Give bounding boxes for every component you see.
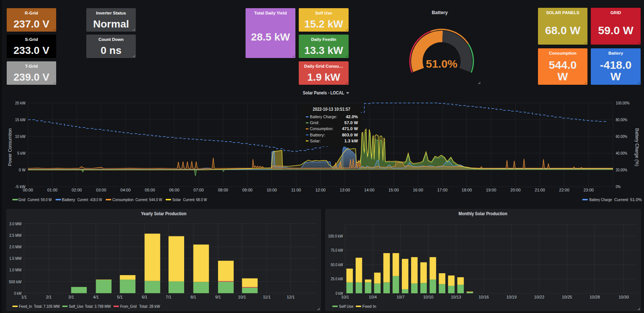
svg-text:1.5 MW: 1.5 MW	[9, 256, 22, 261]
svg-text:803.0 W: 803.0 W	[342, 133, 358, 137]
svg-text:11/1: 11/1	[263, 295, 271, 299]
svg-text:Current: -418.0 W: Current: -418.0 W	[77, 197, 102, 202]
svg-text:1.3 kW: 1.3 kW	[345, 139, 358, 143]
svg-text:06:00: 06:00	[169, 188, 180, 192]
svg-text:Grid: Grid	[18, 197, 25, 202]
svg-text:2/1: 2/1	[46, 295, 51, 299]
svg-text:10/22: 10/22	[534, 295, 545, 299]
svg-text:40.00%: 40.00%	[616, 151, 627, 155]
svg-text:57.0 W: 57.0 W	[345, 120, 358, 125]
svg-text:6/1: 6/1	[142, 295, 147, 299]
svg-text:23:00: 23:00	[583, 188, 594, 192]
svg-text:Battery: Battery	[432, 10, 448, 15]
svg-text:01:00: 01:00	[47, 188, 58, 192]
svg-text:Consumption: Consumption	[112, 197, 134, 202]
svg-text:12/1: 12/1	[287, 295, 295, 299]
svg-text:100.0 kW: 100.0 kW	[328, 234, 343, 238]
svg-text:7/1: 7/1	[166, 295, 171, 299]
svg-text:Battery Charge: Battery Charge	[589, 197, 612, 202]
svg-text:0%: 0%	[616, 184, 621, 189]
svg-text:Current: 59.0 W: Current: 59.0 W	[28, 197, 52, 202]
svg-text:10/13: 10/13	[451, 295, 461, 299]
svg-text:0 W: 0 W	[19, 168, 26, 172]
svg-text:Grid:: Grid:	[310, 120, 319, 125]
svg-text:22:00: 22:00	[559, 188, 570, 192]
svg-text:3.0 MW: 3.0 MW	[9, 222, 22, 226]
svg-text:14:00: 14:00	[364, 188, 375, 192]
svg-text:0 kW: 0 kW	[14, 291, 22, 296]
svg-text:75.0 kW: 75.0 kW	[331, 248, 343, 252]
svg-text:60.00%: 60.00%	[616, 134, 627, 139]
svg-text:Yearly Solar Production: Yearly Solar Production	[141, 211, 186, 216]
svg-text:Monthly Solar Production: Monthly Solar Production	[459, 211, 507, 216]
svg-text:10/16: 10/16	[478, 295, 489, 299]
svg-text:19:00: 19:00	[486, 188, 496, 192]
svg-text:Current: 68.0 W: Current: 68.0 W	[183, 197, 207, 202]
svg-text:10/1: 10/1	[238, 295, 246, 299]
svg-text:Power Consumtion: Power Consumtion	[7, 128, 13, 166]
svg-text:Total: 28 kW: Total: 28 kW	[139, 304, 160, 309]
svg-text:50.0 kW: 50.0 kW	[331, 262, 343, 267]
svg-text:Battery Charge (%): Battery Charge (%)	[634, 128, 640, 167]
svg-text:3/1: 3/1	[68, 295, 74, 299]
svg-text:20 kW: 20 kW	[15, 101, 26, 105]
svg-text:5/1: 5/1	[117, 295, 122, 299]
svg-text:1.0 MW: 1.0 MW	[9, 268, 22, 272]
svg-text:20:00: 20:00	[510, 188, 521, 192]
svg-text:4/1: 4/1	[93, 295, 99, 299]
svg-text:100.00%: 100.00%	[616, 101, 629, 105]
svg-text:Self Use: Self Use	[339, 304, 353, 309]
svg-text:51.0%: 51.0%	[426, 58, 457, 70]
svg-text:Total: 3.798 MW: Total: 3.798 MW	[85, 304, 111, 309]
svg-text:10/7: 10/7	[397, 295, 404, 299]
svg-text:500 kW: 500 kW	[9, 280, 22, 284]
svg-text:03:00: 03:00	[96, 188, 106, 192]
svg-text:11:00: 11:00	[291, 188, 301, 192]
svg-text:8/1: 8/1	[190, 295, 196, 299]
svg-text:Solar: Solar	[172, 197, 181, 202]
svg-text:00:00: 00:00	[23, 188, 33, 192]
svg-text:10 kW: 10 kW	[15, 134, 26, 139]
svg-text:15:00: 15:00	[388, 188, 399, 192]
svg-text:10/10: 10/10	[423, 295, 433, 299]
svg-text:80.00%: 80.00%	[616, 117, 627, 122]
svg-text:02:00: 02:00	[71, 188, 82, 192]
svg-text:Battery Charge:: Battery Charge:	[310, 114, 337, 119]
svg-text:15 kW: 15 kW	[15, 117, 26, 122]
svg-text:17:00: 17:00	[437, 188, 448, 192]
svg-text:Self_Use: Self_Use	[69, 304, 83, 309]
svg-text:07:00: 07:00	[193, 188, 204, 192]
svg-text:2.5 MW: 2.5 MW	[9, 233, 22, 238]
svg-text:5 kW: 5 kW	[17, 151, 26, 155]
svg-text:05:00: 05:00	[145, 188, 155, 192]
svg-text:Solar Panels - LOCAL: Solar Panels - LOCAL	[303, 90, 344, 96]
svg-text:09:00: 09:00	[242, 188, 253, 192]
svg-text:04:00: 04:00	[121, 188, 131, 192]
svg-text:10/19: 10/19	[506, 295, 517, 299]
svg-text:2022-10-13 10:51:57: 2022-10-13 10:51:57	[313, 107, 350, 112]
svg-text:10/1: 10/1	[341, 295, 349, 299]
svg-text:10/30: 10/30	[619, 295, 629, 299]
svg-text:From_Grid: From_Grid	[120, 304, 137, 309]
svg-text:1/1: 1/1	[21, 295, 27, 299]
svg-text:9/1: 9/1	[215, 295, 221, 299]
svg-text:2.0 MW: 2.0 MW	[9, 245, 22, 249]
svg-text:42.0%: 42.0%	[346, 114, 358, 119]
svg-text:Current: 544.0 W: Current: 544.0 W	[135, 197, 162, 202]
svg-text:10:00: 10:00	[267, 188, 277, 192]
svg-text:10/4: 10/4	[369, 295, 377, 299]
svg-text:25.0 kW: 25.0 kW	[331, 277, 343, 281]
svg-text:Total: 7.105 MW: Total: 7.105 MW	[34, 304, 60, 309]
svg-text:Current: 51.0%: Current: 51.0%	[614, 197, 642, 202]
svg-text:20.00%: 20.00%	[616, 168, 627, 172]
svg-text:Consumption:: Consumption:	[310, 126, 333, 131]
svg-text:08:00: 08:00	[218, 188, 228, 192]
svg-text:Battery: Battery	[62, 197, 75, 202]
svg-text:471.0 W: 471.0 W	[342, 126, 358, 131]
svg-text:10/25: 10/25	[562, 295, 572, 299]
svg-text:12:00: 12:00	[315, 188, 326, 192]
svg-text:10/28: 10/28	[590, 295, 600, 299]
svg-text:16:00: 16:00	[413, 188, 423, 192]
svg-text:Feed_In: Feed_In	[19, 304, 32, 309]
svg-text:21:00: 21:00	[535, 188, 545, 192]
